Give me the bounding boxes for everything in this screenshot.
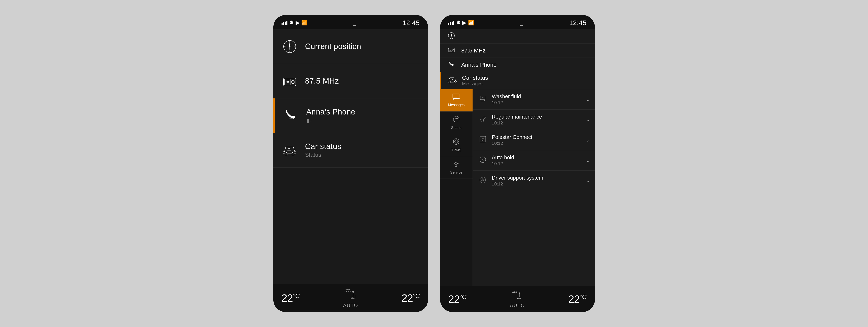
navigation-icon-right: ▶ (462, 20, 466, 26)
svg-point-40 (456, 118, 457, 119)
autohold-title: Auto hold (492, 154, 582, 161)
header-item-compass[interactable]: N S W E (440, 29, 595, 43)
maintenance-time: 10:12 (492, 120, 582, 126)
header-item-car-status[interactable]: ! Car status Messages (440, 72, 595, 89)
fm-svg-right: FM (448, 47, 455, 53)
svg-point-13 (293, 81, 293, 83)
left-menu-list: N S W E Current position (273, 29, 428, 284)
header-item-phone[interactable]: Anna's Phone (440, 58, 595, 72)
status-bar-left: ✱ ▶ 📶 ⎯ 12:45 (273, 15, 428, 29)
service-icon-svg (453, 160, 460, 168)
svg-text:W: W (283, 45, 286, 48)
auto-label-left: AUTO (343, 303, 358, 308)
driver-support-time: 10:12 (492, 182, 582, 187)
driver-support-title: Driver support system (492, 175, 582, 181)
phone-text: Anna's Phone ▮▫ (306, 107, 355, 124)
messages-panel: Washer fluid 10:12 ⌄ (473, 89, 595, 286)
polestar-content: Polestar Connect 10:12 (492, 134, 582, 146)
msg-item-polestar[interactable]: ON CALL Polestar Connect 10:12 ⌄ (473, 130, 595, 150)
current-position-title: Current position (305, 42, 361, 51)
svg-text:S: S (451, 37, 452, 39)
bluetooth-icon-right: ✱ (456, 20, 460, 26)
menu-item-radio[interactable]: FM 87.5 MHz (273, 64, 428, 98)
svg-text:FM: FM (450, 50, 451, 51)
svg-rect-50 (480, 96, 485, 100)
maintenance-chevron[interactable]: ⌄ (586, 117, 590, 123)
svg-text:!: ! (452, 78, 452, 80)
driver-support-content: Driver support system 10:12 (492, 175, 582, 187)
msg-item-maintenance[interactable]: Regular maintenance 10:12 ⌄ (473, 109, 595, 130)
autohold-chevron[interactable]: ⌄ (586, 158, 590, 163)
tpms-icon-svg (453, 138, 460, 145)
signal-bar-3 (285, 22, 286, 25)
menu-item-phone[interactable]: Anna's Phone ▮▫ (273, 98, 428, 133)
car-status-subtitle: Status (305, 152, 341, 158)
temp-left-right-phone: 22°C (448, 293, 467, 305)
svg-text:!: ! (289, 148, 289, 150)
signal-bar-1 (282, 23, 283, 25)
right-main-content: Messages Status (440, 89, 595, 286)
svg-point-33 (454, 81, 455, 82)
svg-rect-14 (289, 118, 292, 119)
washer-chevron[interactable]: ⌄ (586, 97, 590, 102)
signal-bars (282, 21, 287, 25)
menu-item-current-position[interactable]: N S W E Current position (273, 29, 428, 64)
car-alert-svg-right: ! (447, 75, 457, 85)
svg-marker-25 (451, 34, 452, 36)
clock-left: 12:45 (402, 19, 420, 27)
spacer-left (273, 168, 428, 284)
svg-point-31 (453, 50, 453, 51)
svg-point-32 (450, 81, 451, 82)
svg-point-62 (519, 292, 520, 294)
auto-section-right: AUTO (510, 290, 525, 308)
sidebar-item-status[interactable]: Status (440, 112, 472, 134)
signal-bars-right (448, 21, 454, 25)
driver-support-chevron[interactable]: ⌄ (586, 178, 590, 184)
svg-text:E: E (454, 35, 455, 36)
header-item-radio[interactable]: FM 87.5 MHz (440, 43, 595, 58)
status-icons-right: ✱ ▶ 📶 (448, 20, 474, 26)
compass-icon: N S W E (283, 39, 297, 54)
svg-point-18 (352, 291, 354, 293)
signal-bar-r1 (448, 23, 450, 25)
signal-bar-2 (283, 22, 284, 25)
wifi-icon-right: 📶 (468, 20, 474, 26)
washer-icon (477, 95, 488, 104)
phone-svg-right (448, 60, 455, 68)
msg-item-washer[interactable]: Washer fluid 10:12 ⌄ (473, 89, 595, 109)
polestar-time: 10:12 (492, 141, 582, 146)
svg-line-61 (483, 181, 485, 181)
svg-text:FM: FM (286, 81, 289, 83)
svg-point-15 (286, 152, 287, 153)
bluetooth-icon: ✱ (289, 20, 293, 26)
sidebar-item-messages[interactable]: Messages (440, 89, 472, 112)
msg-item-autohold[interactable]: A Auto hold 10:12 ⌄ (473, 150, 595, 171)
radio-title: 87.5 MHz (305, 77, 339, 86)
car-status-header-text: Car status Messages (462, 75, 488, 87)
autohold-icon: A (477, 156, 488, 165)
svg-text:N: N (451, 32, 452, 33)
bottom-bar-left: 22°C AUTO 22°C (273, 284, 428, 312)
polestar-chevron[interactable]: ⌄ (586, 137, 590, 143)
signal-bar-r3 (452, 22, 453, 25)
messages-list: Washer fluid 10:12 ⌄ (473, 89, 595, 286)
car-status-header-title: Car status (462, 75, 488, 81)
sidebar-item-service[interactable]: Service (440, 156, 472, 179)
compass-svg-right: N S W E (448, 32, 455, 39)
msg-item-driver-support[interactable]: Driver support system 10:12 ⌄ (473, 171, 595, 191)
radio-freq-right: 87.5 MHz (461, 47, 486, 54)
auto-section-left: AUTO (343, 288, 359, 308)
svg-point-58 (482, 179, 483, 181)
current-position-text: Current position (305, 42, 361, 51)
washer-time: 10:12 (492, 100, 582, 105)
right-header-items: N S W E FM (440, 29, 595, 89)
car-status-title: Car status (305, 142, 341, 151)
steering-svg (479, 176, 486, 184)
messages-sidebar-icon (453, 94, 460, 102)
hvac-icon-right (510, 290, 524, 300)
menu-item-car-status[interactable]: ! Car status Status (273, 133, 428, 168)
radio-text: 87.5 MHz (305, 77, 339, 86)
sidebar-item-tpms[interactable]: TPMS (440, 134, 472, 156)
phone-icon-right (446, 60, 457, 69)
svg-marker-26 (451, 36, 452, 38)
